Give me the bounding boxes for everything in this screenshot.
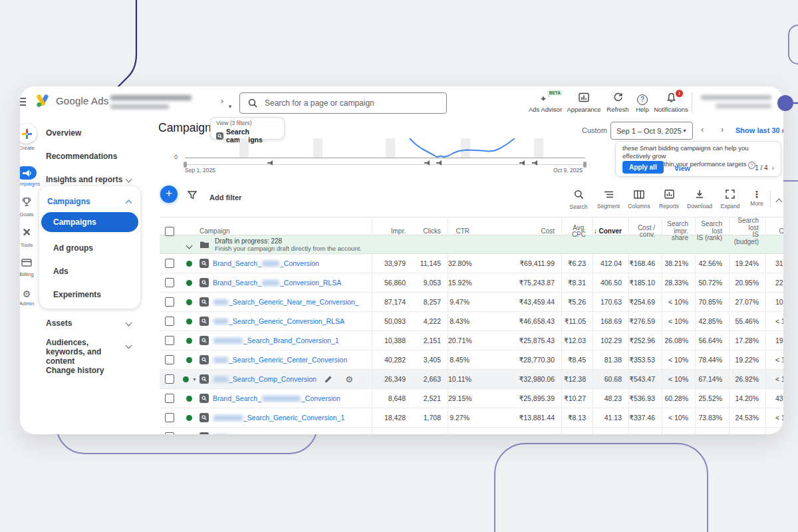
- table-row[interactable]: _Search_Generic_Conversion 6,190 982 15.…: [160, 428, 783, 434]
- sidebar-item-experiments[interactable]: Experiments: [53, 290, 101, 299]
- reports-button[interactable]: Reports: [654, 190, 684, 209]
- table-row[interactable]: ▼ _Search_Comp_Conversion ⚙ 26,349 2,663…: [160, 370, 783, 389]
- avatar[interactable]: [777, 95, 793, 111]
- sidebar-item-ad-groups[interactable]: Ad groups: [53, 243, 93, 253]
- sidebar-item-change-history[interactable]: Change history: [46, 366, 104, 375]
- search-input[interactable]: [263, 98, 432, 108]
- collapse-chart-icon[interactable]: [776, 199, 783, 205]
- table-row[interactable]: _Search_Generic_Center_Conversion 40,282…: [160, 350, 783, 370]
- row-checkbox[interactable]: [165, 355, 174, 364]
- status-enabled-dot[interactable]: [186, 261, 192, 267]
- sidebar-item-campaigns-selected[interactable]: Campaigns: [41, 212, 138, 232]
- status-enabled-dot[interactable]: [186, 338, 192, 344]
- account-caret-icon[interactable]: ▼: [227, 104, 233, 110]
- status-enabled-dot[interactable]: [186, 299, 192, 305]
- show-last-30-days-link[interactable]: Show last 30 days: [735, 126, 783, 134]
- campaign-name-link[interactable]: _Search_Brand_Conversion_1: [213, 336, 339, 344]
- event-marker-icon[interactable]: [267, 160, 273, 166]
- status-enabled-dot[interactable]: [186, 280, 192, 286]
- notifications-button[interactable]: ! Notifications: [652, 92, 690, 113]
- recommendation-view-link[interactable]: View: [674, 164, 690, 172]
- add-filter-button[interactable]: Add filter: [209, 194, 241, 201]
- event-marker-icon[interactable]: [424, 160, 430, 166]
- segment-button[interactable]: Segment: [593, 190, 624, 209]
- sidebar-item-recommendations[interactable]: Recommendations: [46, 152, 117, 161]
- campaign-name-link[interactable]: _Search_Generic_Conversion_RLSA: [213, 317, 344, 325]
- appearance-button[interactable]: Appearance: [565, 92, 602, 113]
- row-checkbox[interactable]: [165, 317, 174, 326]
- rail-item-admin[interactable]: ⚙ Admin: [20, 289, 41, 307]
- campaign-name-link[interactable]: Brand_Search__Conversion: [213, 394, 340, 402]
- col-cost-per-conv[interactable]: Cost / conv.: [638, 225, 662, 239]
- next-period-button[interactable]: ›: [721, 124, 724, 134]
- view-filters-chip[interactable]: View (3 filters) Search campaigns: [210, 117, 285, 140]
- sidebar-item-audiences[interactable]: Audiences, keywords, and content: [46, 338, 123, 366]
- status-enabled-dot[interactable]: [186, 357, 192, 363]
- new-campaign-button[interactable]: +: [160, 186, 178, 203]
- rail-item-create[interactable]: Create: [20, 124, 41, 151]
- select-all-checkbox[interactable]: [165, 227, 174, 236]
- table-row[interactable]: Brand_Search__Conversion 33,979 11,145 3…: [160, 254, 783, 273]
- col-click-share[interactable]: Click share: [770, 228, 783, 235]
- filter-funnel-icon[interactable]: [188, 191, 197, 200]
- col-avg-cpc[interactable]: Avg. CPC: [562, 225, 593, 239]
- pager-next-icon[interactable]: ›: [772, 164, 774, 172]
- apply-all-button[interactable]: Apply all: [622, 161, 664, 174]
- status-enabled-dot[interactable]: [186, 319, 192, 325]
- campaign-name-link[interactable]: _Search_Generic_Near_me_Conversion_: [213, 298, 359, 306]
- table-row[interactable]: _Search_Generic_Conversion_RLSA 50,093 4…: [160, 312, 783, 331]
- row-gear-icon[interactable]: ⚙: [345, 374, 353, 384]
- sidebar-item-insights[interactable]: Insights and reports: [46, 175, 122, 184]
- row-checkbox[interactable]: [165, 259, 174, 268]
- status-caret-icon[interactable]: ▼: [192, 377, 197, 382]
- row-checkbox[interactable]: [165, 413, 174, 422]
- global-search[interactable]: [239, 92, 447, 114]
- row-checkbox[interactable]: [165, 278, 174, 287]
- drafts-row[interactable]: Drafts in progress: 228 Finish your camp…: [160, 235, 783, 254]
- col-cost[interactable]: Cost: [541, 228, 561, 235]
- col-clicks[interactable]: Clicks: [423, 228, 448, 235]
- event-marker-icon[interactable]: [436, 160, 442, 166]
- col-campaign[interactable]: Campaign: [197, 228, 372, 235]
- table-row[interactable]: _Search_Brand_Conversion_1 10,388 2,151 …: [160, 331, 783, 350]
- status-enabled-dot[interactable]: [186, 396, 192, 402]
- status-enabled-dot[interactable]: [186, 415, 192, 421]
- campaign-name-link[interactable]: Brand_Search__Conversion_RLSA: [213, 279, 341, 287]
- table-search-button[interactable]: Search: [563, 190, 594, 210]
- sidebar-item-assets[interactable]: Assets: [46, 319, 72, 328]
- sidebar-item-ads[interactable]: Ads: [53, 267, 68, 276]
- edit-pencil-icon[interactable]: [325, 375, 332, 383]
- campaign-name-link[interactable]: _Search_Generic_Center_Conversion: [213, 356, 347, 364]
- account-next-icon[interactable]: ›: [221, 96, 223, 106]
- ads-advisor-button[interactable]: BETA ✦✦ Ads Advisor: [527, 92, 564, 113]
- rail-item-goals[interactable]: Goals: [20, 197, 41, 217]
- row-checkbox[interactable]: [165, 374, 174, 384]
- status-enabled-dot[interactable]: [186, 434, 192, 435]
- row-checkbox[interactable]: [165, 297, 174, 307]
- event-marker-icon[interactable]: [519, 160, 525, 166]
- col-conversions-sorted[interactable]: ↓ Conver: [594, 228, 628, 235]
- rail-item-campaigns[interactable]: Campaigns: [20, 166, 41, 187]
- row-checkbox[interactable]: [165, 394, 174, 403]
- campaign-name-link[interactable]: Brand_Search__Conversion: [213, 259, 319, 267]
- table-row[interactable]: _Search_Generic_Conversion_1 18,428 1,70…: [160, 408, 783, 428]
- col-ctr[interactable]: CTR: [456, 228, 476, 235]
- col-impr[interactable]: Impr.: [391, 228, 412, 235]
- more-button[interactable]: ⋮ More: [741, 190, 772, 207]
- campaign-name-link[interactable]: _Search_Comp_Conversion: [213, 375, 317, 383]
- pager-prev-icon[interactable]: ‹: [749, 164, 751, 172]
- date-range-picker[interactable]: Sep 1 – Oct 9, 2025 ▼: [610, 122, 693, 140]
- row-checkbox[interactable]: [165, 432, 174, 434]
- sidebar-section-campaigns[interactable]: Campaigns: [47, 197, 90, 206]
- status-enabled-dot[interactable]: [183, 376, 189, 382]
- download-button[interactable]: Download: [684, 190, 715, 209]
- row-checkbox[interactable]: [165, 336, 174, 345]
- table-row[interactable]: _Search_Generic_Near_me_Conversion_ 87,1…: [160, 293, 783, 312]
- rail-item-tools[interactable]: Tools: [20, 227, 41, 248]
- table-row[interactable]: Brand_Search__Conversion 8,648 2,521 29.…: [160, 389, 783, 408]
- sidebar-item-overview[interactable]: Overview: [46, 128, 81, 138]
- columns-button[interactable]: Columns: [624, 190, 654, 209]
- table-row[interactable]: Brand_Search__Conversion_RLSA 56,860 9,0…: [160, 273, 783, 293]
- slider-handle-right[interactable]: [583, 162, 587, 168]
- chevron-down-icon[interactable]: [186, 242, 192, 249]
